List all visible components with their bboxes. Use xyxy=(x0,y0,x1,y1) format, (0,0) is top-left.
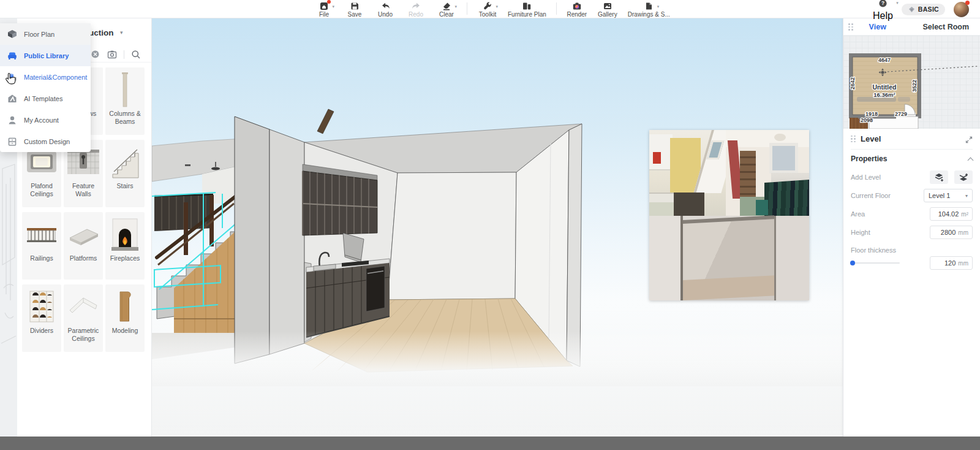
nav-item-custom-design[interactable]: Custom Design xyxy=(0,131,91,152)
library-item-stairs[interactable]: Stairs xyxy=(105,140,145,207)
modeling-thumbnail xyxy=(108,288,142,326)
top-toolbar: ▾ File Save Undo Redo ▾ xyxy=(0,0,980,18)
toolbar-separator xyxy=(467,2,467,15)
nav-item-my-account[interactable]: My Account xyxy=(0,109,91,131)
library-item-modeling[interactable]: Modeling xyxy=(105,284,145,352)
toolbar-divider xyxy=(124,50,124,59)
platforms-thumbnail xyxy=(66,215,100,253)
help-caret-icon: ▾ xyxy=(896,1,899,6)
library-item-fireplaces[interactable]: Fireplaces xyxy=(105,212,145,280)
photo-kitchen-area xyxy=(649,130,726,216)
panel-drag-handle-icon[interactable] xyxy=(848,23,854,31)
select-caret-icon: ▾ xyxy=(965,193,968,199)
drawings-caret-icon: ▾ xyxy=(657,4,660,9)
nav-item-floor-plan[interactable]: Floor Plan xyxy=(0,23,91,45)
render-button[interactable]: Render xyxy=(567,0,587,18)
floor-thickness-unit: mm xyxy=(958,260,968,267)
columns-beams-thumbnail xyxy=(108,71,142,109)
clear-filter-icon[interactable] xyxy=(89,49,100,60)
avatar[interactable] xyxy=(954,2,969,17)
bottom-bar xyxy=(0,437,980,450)
main-nav-menu: Floor Plan Public Library Material&Compo… xyxy=(0,23,91,152)
gallery-icon xyxy=(603,1,612,10)
category-caret-icon: ▾ xyxy=(120,29,123,36)
floor-plan-minimap[interactable]: 4647 2642 3522 1918 2729 2098 Untitled 1… xyxy=(843,36,980,129)
help-icon: ? ▾ xyxy=(878,0,888,10)
library-item-railings[interactable]: Railings xyxy=(22,212,61,280)
nav-item-material-component[interactable]: Material&Component xyxy=(0,66,91,88)
toolbar-separator xyxy=(556,2,557,15)
railings-thumbnail xyxy=(24,215,59,253)
dividers-thumbnail xyxy=(24,288,59,326)
save-button[interactable]: Save xyxy=(344,0,365,18)
floor-thickness-slider[interactable] xyxy=(851,262,900,264)
library-item-parametric-ceilings[interactable]: Parametric Ceilings xyxy=(64,284,103,352)
undo-button[interactable]: Undo xyxy=(375,0,396,18)
image-search-icon[interactable] xyxy=(107,49,118,60)
notification-dot xyxy=(327,0,331,4)
clear-button[interactable]: ▾ Clear xyxy=(436,0,457,18)
furniture-plan-button[interactable]: Furniture Plan xyxy=(508,0,546,18)
search-icon[interactable] xyxy=(130,49,141,60)
add-level-row: Add Level xyxy=(851,168,973,186)
height-label: Height xyxy=(851,229,870,236)
help-button[interactable]: ? ▾ Help xyxy=(873,0,893,21)
level-header: Level xyxy=(851,129,973,150)
library-item-platforms[interactable]: Platforms xyxy=(64,212,103,280)
save-icon xyxy=(350,1,360,10)
category-title[interactable]: uction xyxy=(89,28,114,37)
drawings-icon: ▾ xyxy=(644,1,654,10)
file-caret-icon: ▾ xyxy=(332,4,334,9)
slider-thumb[interactable] xyxy=(850,261,855,265)
dimension-bottom-offset: 2098 xyxy=(861,117,873,123)
right-panel: View Select Room xyxy=(843,18,980,437)
height-unit: mm xyxy=(958,229,968,236)
ai-templates-icon xyxy=(6,93,18,104)
stairs-thumbnail xyxy=(108,143,142,181)
room-name: Untitled xyxy=(872,83,896,91)
redo-icon xyxy=(411,1,421,10)
drawings-button[interactable]: ▾ Drawings & S... xyxy=(628,0,670,18)
dimension-right: 3522 xyxy=(911,80,918,92)
undo-icon xyxy=(380,1,391,10)
collapse-chevron-icon xyxy=(968,157,974,163)
dimension-bottom-left: 1918 xyxy=(865,111,878,117)
wrench-icon: ▾ xyxy=(483,1,492,10)
parametric-ceilings-thumbnail xyxy=(66,288,100,326)
public-library-icon xyxy=(6,50,18,61)
file-button[interactable]: ▾ File xyxy=(314,0,334,18)
file-icon: ▾ xyxy=(319,1,329,10)
expand-panel-icon[interactable] xyxy=(965,135,973,146)
floor-thickness-field[interactable]: 120 mm xyxy=(930,256,973,270)
material-component-icon xyxy=(6,71,18,83)
level-panel: Level Properties Add Level Current Floor xyxy=(843,129,980,271)
current-floor-select[interactable]: Level 1 ▾ xyxy=(924,189,973,202)
my-account-icon xyxy=(6,114,18,126)
gallery-button[interactable]: Gallery xyxy=(597,0,618,18)
tab-select-room[interactable]: Select Room xyxy=(912,23,980,31)
properties-label: Properties xyxy=(851,154,887,163)
height-value: 2800 xyxy=(941,229,956,236)
area-row: Area 104.02 m² xyxy=(851,205,973,223)
add-level-below-button[interactable] xyxy=(954,170,973,184)
svg-text:?: ? xyxy=(881,0,884,6)
level-drag-handle-icon[interactable] xyxy=(851,135,856,143)
nav-item-ai-templates[interactable]: AI Templates xyxy=(0,88,91,109)
plan-badge[interactable]: BASIC xyxy=(902,4,945,15)
toolkit-button[interactable]: ▾ Toolkit xyxy=(477,0,498,18)
library-item-columns-beams[interactable]: Columns & Beams xyxy=(105,67,145,135)
height-field[interactable]: 2800 mm xyxy=(930,226,973,239)
library-item-dividers[interactable]: Dividers xyxy=(22,284,61,352)
area-field[interactable]: 104.02 m² xyxy=(930,207,973,221)
dimension-bottom-right: 2729 xyxy=(895,111,907,117)
diamond-icon xyxy=(908,6,916,13)
properties-section-header[interactable]: Properties xyxy=(851,150,973,168)
redo-button[interactable]: Redo xyxy=(405,0,426,18)
room-area: 16.36m² xyxy=(873,91,895,98)
add-level-above-button[interactable] xyxy=(930,170,948,184)
eraser-icon: ▾ xyxy=(442,1,451,10)
current-floor-value: Level 1 xyxy=(929,192,950,199)
dimension-top: 4647 xyxy=(878,57,891,63)
nav-item-public-library[interactable]: Public Library xyxy=(0,45,91,66)
area-unit: m² xyxy=(961,211,968,218)
